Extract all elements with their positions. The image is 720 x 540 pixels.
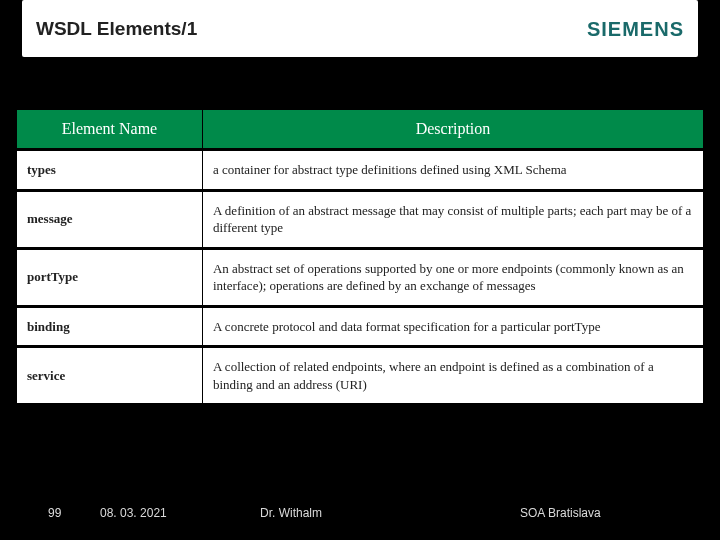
column-header-description: Description	[203, 110, 703, 148]
table-row: portType An abstract set of operations s…	[17, 250, 703, 305]
element-name: types	[17, 151, 202, 189]
element-desc: A collection of related endpoints, where…	[203, 348, 703, 403]
element-desc: A concrete protocol and data format spec…	[203, 308, 703, 346]
element-name: service	[17, 348, 202, 403]
wsdl-elements-table: Element Name Description types a contain…	[16, 107, 704, 406]
element-name: binding	[17, 308, 202, 346]
slide-title: WSDL Elements/1	[36, 18, 197, 40]
table-row: types a container for abstract type defi…	[17, 151, 703, 189]
element-name: portType	[17, 250, 202, 305]
table-row: binding A concrete protocol and data for…	[17, 308, 703, 346]
table-header-row: Element Name Description	[17, 110, 703, 148]
footer: 99 08. 03. 2021 Dr. Withalm SOA Bratisla…	[0, 506, 720, 520]
title-bar: WSDL Elements/1 SIEMENS	[22, 0, 698, 57]
footer-author: Dr. Withalm	[260, 506, 520, 520]
footer-date: 08. 03. 2021	[100, 506, 260, 520]
page-number: 99	[48, 506, 100, 520]
brand-logo: SIEMENS	[587, 18, 684, 41]
column-header-element-name: Element Name	[17, 110, 202, 148]
table-row: service A collection of related endpoint…	[17, 348, 703, 403]
element-desc: A definition of an abstract message that…	[203, 192, 703, 247]
element-desc: An abstract set of operations supported …	[203, 250, 703, 305]
element-name: message	[17, 192, 202, 247]
element-desc: a container for abstract type definition…	[203, 151, 703, 189]
footer-place: SOA Bratislava	[520, 506, 672, 520]
table-row: message A definition of an abstract mess…	[17, 192, 703, 247]
table: Element Name Description types a contain…	[16, 107, 704, 406]
slide: WSDL Elements/1 SIEMENS Element Name Des…	[0, 0, 720, 540]
